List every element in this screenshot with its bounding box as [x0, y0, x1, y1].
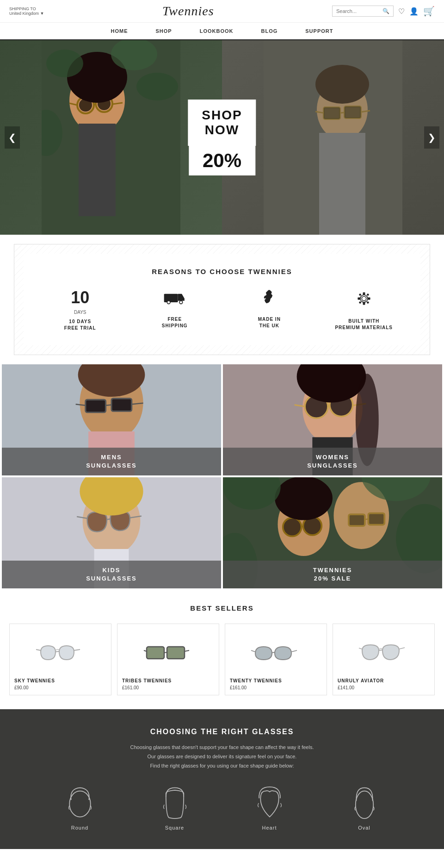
round-face-icon — [64, 784, 96, 821]
svg-line-7 — [94, 104, 96, 105]
reason-shipping: FREESHIPPING — [128, 289, 222, 329]
shipping-country[interactable]: United Kingdom ▼ — [9, 11, 44, 16]
mens-label: MENSSUNGLASSES — [2, 448, 221, 475]
svg-line-51 — [106, 405, 111, 406]
product-card-sky[interactable]: SKY TWENNIES £90.00 — [9, 624, 111, 695]
face-shape-round[interactable]: Round — [64, 784, 96, 831]
face-shape-square[interactable]: Square — [159, 784, 191, 831]
square-face-icon — [159, 784, 191, 821]
svg-line-90 — [74, 649, 80, 650]
svg-marker-34 — [264, 295, 266, 299]
shipping-text: FREESHIPPING — [162, 316, 188, 329]
category-sale[interactable]: TWENNIES20% SALE — [223, 477, 442, 588]
svg-point-102 — [69, 791, 91, 817]
svg-line-96 — [272, 652, 275, 653]
gear-icon — [355, 289, 373, 312]
choosing-description: Choosing glasses that doesn't support yo… — [14, 743, 430, 770]
hero-prev-button[interactable]: ❮ — [5, 126, 20, 149]
svg-line-99 — [379, 650, 382, 650]
product-price-tribes: £161.00 — [122, 685, 214, 690]
nav-lookbook[interactable]: LOOKBOOK — [200, 28, 234, 34]
choosing-desc-line2: Our glasses are designed to deliver its … — [148, 754, 297, 759]
product-img-tribes — [122, 631, 214, 673]
reason-materials: BUILT WITHPREMIUM MATERIALS — [317, 289, 412, 331]
hero-shop-now-box: SHOPNOW — [188, 100, 256, 146]
svg-point-11 — [46, 50, 83, 77]
svg-rect-49 — [111, 399, 132, 411]
product-name-twenty: TWENTY TWENNIES — [230, 678, 322, 683]
search-input[interactable] — [336, 8, 382, 14]
nav-blog[interactable]: BLOG — [261, 28, 278, 34]
top-bar: SHIPPING TO United Kingdom ▼ Twennies 🔍 … — [0, 0, 444, 23]
reason-trial: 10 DAYS 10 DAYSFREE TRIAL — [33, 289, 128, 331]
face-shape-oval[interactable]: Oval — [348, 784, 381, 831]
search-icon: 🔍 — [382, 8, 389, 14]
svg-rect-27 — [164, 294, 178, 302]
product-card-tribes[interactable]: TRIBES TWENNIES £161.00 — [117, 624, 219, 695]
nav-home[interactable]: HOME — [111, 28, 128, 34]
shipping-info: SHIPPING TO United Kingdom ▼ — [9, 6, 44, 16]
product-card-unruly[interactable]: UNRULY AVIATOR £141.00 — [333, 624, 435, 695]
trial-unit: DAYS — [74, 310, 86, 315]
hero-shop-text: SHOPNOW — [202, 108, 242, 137]
svg-rect-39 — [368, 298, 370, 300]
svg-line-88 — [56, 651, 59, 652]
uk-icon — [259, 289, 279, 310]
product-name-sky: SKY TWENNIES — [14, 678, 106, 683]
shipping-label: SHIPPING TO — [9, 6, 44, 11]
search-box[interactable]: 🔍 — [332, 6, 394, 17]
product-img-sky — [14, 631, 106, 673]
svg-point-32 — [180, 301, 182, 304]
square-label: Square — [165, 825, 184, 831]
uk-text: MADE INTHE UK — [258, 316, 281, 329]
svg-point-31 — [167, 301, 170, 304]
product-card-twenty[interactable]: TWENTY TWENNIES £161.00 — [225, 624, 327, 695]
account-button[interactable]: 👤 — [409, 7, 419, 16]
svg-rect-2 — [79, 124, 116, 216]
svg-rect-43 — [366, 301, 369, 304]
svg-rect-42 — [359, 301, 362, 304]
category-mens[interactable]: MENSSUNGLASSES — [2, 364, 221, 475]
svg-point-103 — [355, 791, 373, 819]
hero-cta: SHOPNOW 20% — [188, 100, 256, 175]
wishlist-button[interactable]: ♡ — [398, 7, 405, 16]
svg-rect-91 — [147, 647, 164, 659]
svg-line-95 — [185, 650, 189, 651]
hero-next-button[interactable]: ❯ — [424, 126, 439, 149]
womens-label: WOMENSSUNGLASSES — [223, 448, 442, 475]
truck-icon — [163, 289, 186, 310]
svg-line-98 — [291, 650, 297, 652]
reasons-title: REASONS TO CHOOSE TWENNIES — [33, 268, 411, 275]
top-right-actions: 🔍 ♡ 👤 🛒 — [332, 6, 435, 17]
cart-button[interactable]: 🛒 — [423, 6, 435, 17]
products-grid: SKY TWENNIES £90.00 TRIBES TWENNIES £161… — [9, 624, 435, 695]
svg-line-100 — [359, 648, 362, 649]
svg-rect-41 — [366, 293, 369, 296]
brand-logo[interactable]: Twennies — [162, 4, 214, 19]
svg-line-82 — [365, 519, 368, 519]
reasons-grid: 10 DAYS 10 DAYSFREE TRIAL FREESHIPPIN — [33, 289, 411, 331]
choosing-section: CHOOSING THE RIGHT GLASSES Choosing glas… — [0, 709, 444, 849]
svg-point-35 — [362, 296, 366, 301]
hero-banner: ❮ SHOPNOW 20% ❯ — [0, 40, 444, 235]
svg-rect-26 — [264, 40, 402, 235]
choosing-title: CHOOSING THE RIGHT GLASSES — [14, 728, 430, 736]
nav-support[interactable]: SUPPORT — [305, 28, 333, 34]
reasons-section: REASONS TO CHOOSE TWENNIES 10 DAYS 10 DA… — [14, 244, 430, 355]
svg-point-77 — [283, 518, 302, 537]
face-shape-heart[interactable]: Heart — [253, 784, 286, 831]
svg-line-101 — [399, 648, 405, 649]
best-sellers-section: BEST SELLERS SKY TWENNIES £90.00 — [0, 590, 444, 709]
nav-shop[interactable]: SHOP — [156, 28, 172, 34]
sale-label: TWENNIES20% SALE — [223, 561, 442, 588]
hero-discount-text: 20% — [203, 150, 241, 172]
svg-rect-92 — [167, 647, 185, 659]
category-womens[interactable]: WOMENSSUNGLASSES — [223, 364, 442, 475]
trial-text: 10 DAYSFREE TRIAL — [64, 318, 96, 331]
hero-discount-box: 20% — [189, 146, 255, 175]
product-price-twenty: £161.00 — [230, 685, 322, 690]
svg-line-97 — [251, 650, 255, 652]
svg-marker-28 — [178, 294, 184, 301]
category-kids[interactable]: KIDSSUNGLASSES — [2, 477, 221, 588]
svg-rect-36 — [363, 292, 365, 295]
